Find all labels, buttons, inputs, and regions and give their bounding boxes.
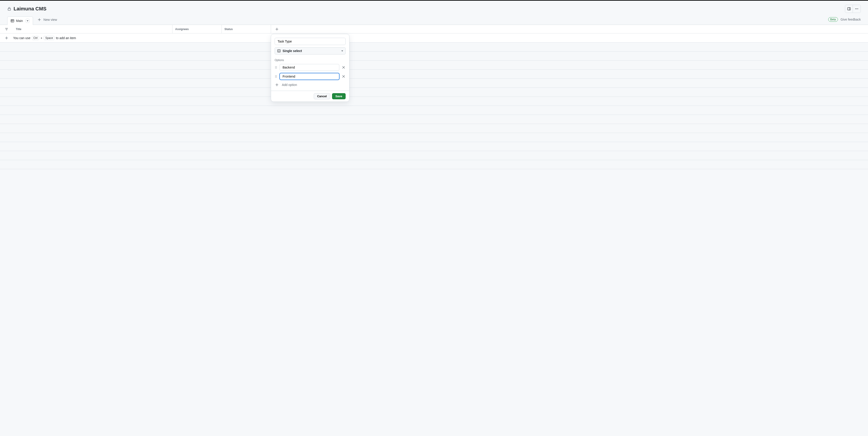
svg-point-21 — [275, 67, 276, 68]
give-feedback-link[interactable]: Give feedback — [841, 18, 861, 21]
table-row — [0, 133, 868, 142]
plus-icon — [5, 36, 8, 40]
svg-point-24 — [276, 68, 277, 68]
header-left: Laimuna CMS — [7, 6, 46, 12]
svg-point-5 — [858, 8, 858, 9]
options-list — [275, 64, 346, 80]
remove-option-button[interactable] — [342, 65, 346, 69]
tab-options-button[interactable] — [26, 19, 30, 23]
table-row — [0, 70, 868, 79]
kbd-ctrl: Ctrl — [32, 36, 39, 40]
beta-badge: Beta — [828, 17, 838, 22]
new-view-label: New view — [43, 18, 57, 22]
svg-point-28 — [276, 75, 277, 76]
svg-point-20 — [276, 66, 277, 67]
header-actions — [845, 5, 861, 13]
tab-label: Main — [16, 19, 23, 23]
new-field-popover: Single select Options Add option Cancel … — [271, 34, 349, 102]
table-row — [0, 106, 868, 115]
lock-icon — [7, 7, 11, 11]
svg-point-19 — [275, 66, 276, 67]
drag-handle-icon[interactable] — [275, 66, 277, 69]
table-icon — [11, 19, 14, 23]
table-row — [0, 97, 868, 106]
table-row — [0, 142, 868, 151]
svg-point-30 — [276, 76, 277, 77]
add-item-row[interactable]: You can use Ctrl + Space to add an item — [0, 33, 868, 42]
filter-icon — [5, 27, 8, 31]
svg-point-23 — [275, 68, 276, 68]
add-item-icon-cell[interactable] — [0, 36, 13, 40]
add-item-hint: You can use Ctrl + Space to add an item — [13, 36, 76, 40]
svg-rect-1 — [847, 8, 850, 10]
plus-icon — [275, 27, 279, 31]
drag-handle-icon[interactable] — [275, 75, 277, 78]
kbd-space: Space — [43, 36, 55, 40]
single-select-icon — [277, 49, 281, 53]
more-actions-button[interactable] — [853, 5, 861, 13]
field-type-label: Single select — [283, 49, 302, 53]
svg-point-32 — [276, 77, 277, 78]
option-row — [275, 73, 346, 80]
svg-point-27 — [275, 75, 276, 76]
remove-option-button[interactable] — [342, 75, 346, 79]
svg-point-4 — [857, 8, 857, 9]
option-input[interactable] — [280, 73, 339, 80]
new-view-button[interactable]: New view — [36, 16, 58, 25]
kebab-icon — [855, 7, 859, 11]
caret-down-icon — [341, 51, 343, 52]
table-row — [0, 151, 868, 160]
table-row — [0, 124, 868, 133]
table-row — [0, 115, 868, 124]
svg-point-22 — [276, 67, 277, 68]
column-header-assignees[interactable]: Assignees — [172, 25, 221, 33]
table-row — [0, 88, 868, 97]
field-name-input[interactable] — [275, 38, 346, 45]
data-table: Title Assignees Status You can use Ctrl … — [0, 25, 868, 169]
field-type-select[interactable]: Single select — [275, 47, 346, 55]
plus-icon — [37, 18, 41, 22]
plus-icon — [275, 83, 279, 87]
page-title: Laimuna CMS — [13, 6, 46, 12]
table-row — [0, 42, 868, 52]
options-label: Options — [275, 59, 346, 62]
option-row — [275, 64, 346, 71]
add-option-button[interactable]: Add option — [275, 82, 346, 87]
svg-point-3 — [855, 8, 856, 9]
add-option-label: Add option — [282, 83, 297, 87]
svg-rect-6 — [11, 20, 14, 22]
tabs-row: Main New view Beta Give feedback — [0, 16, 868, 25]
panel-toggle-button[interactable] — [845, 5, 853, 13]
header-icon-group — [845, 5, 861, 13]
tab-main[interactable]: Main — [7, 17, 33, 25]
table-row — [0, 79, 868, 88]
hint-suffix: to add an item — [56, 36, 76, 40]
page-header: Laimuna CMS — [0, 1, 868, 16]
tabs-right: Beta Give feedback — [828, 17, 861, 24]
svg-rect-0 — [8, 8, 10, 10]
cancel-button[interactable]: Cancel — [314, 93, 330, 99]
table-row — [0, 52, 868, 61]
add-column-button[interactable] — [271, 25, 283, 33]
table-row — [0, 61, 868, 70]
column-header-status[interactable]: Status — [221, 25, 271, 33]
popover-body: Single select Options Add option — [271, 34, 349, 91]
column-header-title[interactable]: Title — [13, 25, 172, 33]
popover-footer: Cancel Save — [271, 91, 349, 101]
svg-rect-18 — [278, 50, 280, 52]
hint-plus: + — [40, 36, 42, 40]
svg-point-31 — [275, 77, 276, 78]
filter-button[interactable] — [0, 25, 13, 33]
panel-icon — [847, 7, 851, 11]
empty-rows — [0, 42, 868, 169]
tabs-left: Main New view — [7, 16, 58, 25]
option-input[interactable] — [280, 64, 339, 71]
svg-point-29 — [275, 76, 276, 77]
column-headers: Title Assignees Status — [0, 25, 868, 33]
save-button[interactable]: Save — [332, 93, 346, 99]
table-row — [0, 160, 868, 169]
hint-prefix: You can use — [13, 36, 31, 40]
